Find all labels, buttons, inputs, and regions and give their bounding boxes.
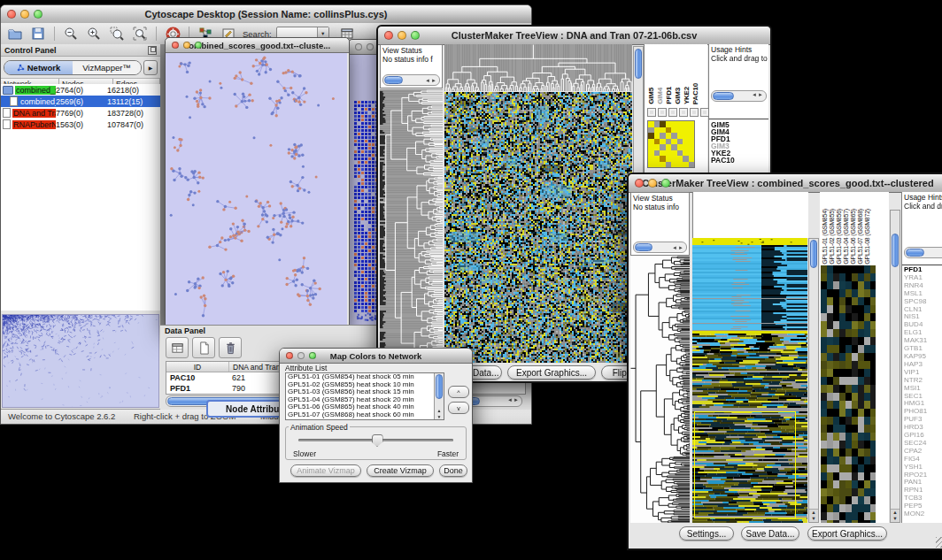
mini-tool-button[interactable] bbox=[668, 108, 677, 117]
gene-label[interactable]: SEC1 bbox=[904, 393, 942, 401]
zoom-in-button[interactable] bbox=[83, 25, 104, 42]
tab-network[interactable]: Network bbox=[4, 61, 73, 74]
scrollbar-thumb[interactable] bbox=[384, 76, 403, 84]
scroll-up-icon[interactable]: ▲ bbox=[435, 408, 444, 413]
column-dendrogram[interactable] bbox=[444, 44, 632, 91]
close-button[interactable] bbox=[286, 352, 293, 359]
scrollbar-thumb[interactable] bbox=[635, 243, 652, 251]
title-bar[interactable]: ClusterMaker TreeView : combined_scores_… bbox=[629, 174, 942, 193]
close-button[interactable] bbox=[172, 42, 179, 49]
network-canvas[interactable] bbox=[166, 53, 347, 326]
gene-label[interactable]: PUF3 bbox=[904, 416, 942, 424]
minimize-button[interactable] bbox=[648, 179, 657, 188]
hscrollbar[interactable]: ◄► bbox=[382, 74, 440, 86]
zoom-fit-button[interactable] bbox=[129, 25, 151, 42]
row-dendrogram[interactable] bbox=[630, 256, 690, 523]
zoom-button[interactable] bbox=[309, 352, 316, 359]
gene-label[interactable]: GIM3 bbox=[711, 142, 768, 150]
gene-label[interactable]: GIM5 bbox=[711, 121, 768, 128]
gene-label[interactable]: GIM4 bbox=[711, 128, 768, 135]
gene-label[interactable]: TCB3 bbox=[904, 495, 942, 502]
gene-label[interactable]: RPN1 bbox=[904, 487, 942, 495]
scrollbar-thumb[interactable] bbox=[810, 240, 817, 268]
list-vscrollbar[interactable]: ▲ ▼ bbox=[434, 373, 444, 419]
settings-button[interactable]: Settings... bbox=[679, 526, 734, 541]
new-attribute-button[interactable] bbox=[192, 337, 215, 358]
gene-label[interactable]: PAC10 bbox=[711, 157, 768, 164]
gene-label[interactable]: SEC24 bbox=[904, 440, 942, 448]
export-graphics-button[interactable]: Export Graphics... bbox=[807, 526, 887, 541]
zoom-button[interactable] bbox=[34, 10, 42, 19]
gene-label[interactable]: FIG4 bbox=[904, 456, 942, 464]
heatmap-zoom-view[interactable] bbox=[647, 120, 695, 168]
title-bar[interactable]: Cytoscape Desktop (Session Name: collins… bbox=[1, 5, 531, 24]
title-bar[interactable]: combined_scores_good.txt--cluste... bbox=[166, 38, 349, 53]
global-vscrollbar[interactable]: ▲▼ bbox=[808, 238, 819, 523]
zoom-selected-button[interactable] bbox=[106, 25, 127, 42]
zoom-button[interactable] bbox=[661, 179, 670, 188]
mini-tool-button[interactable] bbox=[679, 108, 688, 117]
open-file-button[interactable] bbox=[4, 25, 26, 42]
mini-tool-button[interactable] bbox=[658, 108, 667, 117]
title-bar[interactable]: ClusterMaker TreeView : DNA and Tran 07-… bbox=[378, 27, 770, 45]
column-header-id[interactable]: ID bbox=[166, 362, 229, 372]
title-bar[interactable]: Map Colors to Network bbox=[280, 349, 472, 364]
close-button[interactable] bbox=[7, 10, 16, 19]
gene-label[interactable]: GPI16 bbox=[904, 432, 942, 440]
attribute-list[interactable]: GPL51-01 (GSM854) heat shock 05 minGPL51… bbox=[285, 372, 444, 420]
close-button[interactable] bbox=[384, 31, 393, 40]
gene-label[interactable]: PAN1 bbox=[904, 479, 942, 487]
close-button[interactable] bbox=[355, 43, 362, 50]
create-vizmap-button[interactable]: Create Vizmap bbox=[367, 464, 434, 477]
gene-label[interactable]: GTB1 bbox=[904, 345, 942, 353]
gene-label[interactable]: CPA2 bbox=[904, 448, 942, 456]
gene-label[interactable]: PFD1 bbox=[711, 135, 768, 142]
save-data-button[interactable]: Save Data... bbox=[741, 526, 799, 541]
scrollbar-thumb[interactable] bbox=[713, 92, 734, 100]
minimize-button[interactable] bbox=[183, 42, 190, 49]
heatmap-zoom-view[interactable] bbox=[821, 265, 876, 523]
gene-label[interactable]: MSL1 bbox=[904, 290, 942, 298]
gene-label[interactable]: PEP5 bbox=[904, 502, 942, 510]
save-button[interactable] bbox=[27, 25, 49, 42]
float-panel-icon[interactable] bbox=[148, 46, 157, 55]
zoom-out-button[interactable] bbox=[60, 25, 81, 42]
zoom-vscrollbar[interactable]: ▲▼ bbox=[890, 210, 900, 523]
tab-overflow-button[interactable]: ▶ bbox=[143, 60, 158, 75]
gene-label[interactable]: YRA1 bbox=[904, 274, 942, 282]
minimize-button[interactable] bbox=[367, 43, 374, 50]
hscrollbar[interactable]: ◄► bbox=[633, 242, 687, 253]
hscrollbar[interactable]: ◄► bbox=[711, 90, 767, 102]
gene-label[interactable]: MSI1 bbox=[904, 385, 942, 393]
heatmap-global-view[interactable] bbox=[444, 92, 632, 363]
zoom-button[interactable] bbox=[411, 31, 420, 40]
slider-thumb[interactable] bbox=[372, 434, 383, 447]
gene-label[interactable]: CLN1 bbox=[904, 306, 942, 314]
network-table-row[interactable]: combined_scores2764(0)16218(0) bbox=[1, 84, 160, 96]
gene-label[interactable]: RPO21 bbox=[904, 472, 942, 479]
done-button[interactable]: Done bbox=[439, 464, 467, 477]
scrollbar-thumb[interactable] bbox=[906, 249, 924, 257]
tab-vizmapper[interactable]: VizMapper™ bbox=[73, 61, 141, 74]
gene-label[interactable]: PFD1 bbox=[904, 266, 942, 274]
export-graphics-button[interactable]: Export Graphics... bbox=[507, 365, 596, 380]
attribute-item[interactable]: GPL51-07 (GSM868) heat shock 60 min bbox=[286, 411, 444, 419]
hscrollbar[interactable] bbox=[904, 247, 942, 258]
gene-label[interactable]: YKE2 bbox=[711, 150, 768, 157]
scrollbar-thumb[interactable] bbox=[892, 234, 899, 267]
gene-label[interactable]: VIP1 bbox=[904, 369, 942, 377]
network-table-row[interactable]: combined_sco2569(6)13112(15) bbox=[1, 96, 160, 107]
gene-label[interactable]: HRD3 bbox=[904, 424, 942, 432]
scrollbar-thumb[interactable] bbox=[436, 374, 443, 399]
gene-label[interactable]: YSH1 bbox=[904, 464, 942, 472]
gene-label[interactable]: NTR2 bbox=[904, 377, 942, 385]
delete-attribute-button[interactable] bbox=[219, 337, 242, 358]
animate-vizmap-button[interactable]: Animate Vizmap bbox=[290, 464, 361, 477]
select-attributes-button[interactable] bbox=[166, 337, 189, 358]
gene-label[interactable]: NIS1 bbox=[904, 313, 942, 321]
mini-tool-button[interactable] bbox=[690, 108, 699, 117]
animation-speed-slider[interactable] bbox=[298, 439, 453, 441]
network-table-row[interactable]: DNA and Tran 07769(0)183728(0) bbox=[1, 107, 160, 119]
network-table-row[interactable]: RNAPuberNov2+1563(0)107847(0) bbox=[1, 119, 160, 130]
move-down-button[interactable]: v bbox=[448, 402, 469, 414]
